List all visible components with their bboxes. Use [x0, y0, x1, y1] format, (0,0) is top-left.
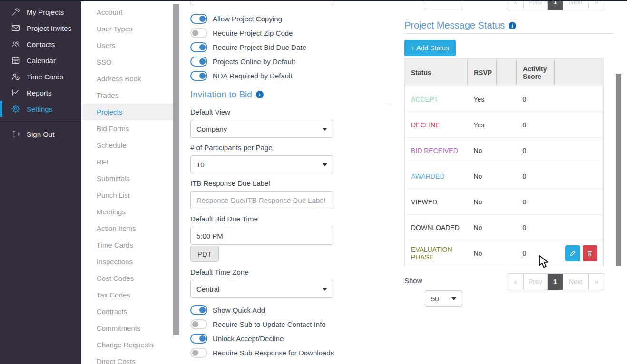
- pagination-prev[interactable]: Prev: [524, 274, 548, 290]
- pagination-page-1[interactable]: 1: [548, 274, 563, 290]
- menu-item-trades[interactable]: Trades: [81, 87, 174, 104]
- toggle-label: Require Sub Response for Downloads: [213, 349, 334, 357]
- delete-status-button[interactable]: [583, 245, 597, 261]
- toggle-row: Unlock Accept/Decline: [190, 334, 334, 343]
- sidebar-item-label: Project Invites: [27, 24, 71, 32]
- menu-item-cost-codes[interactable]: Cost Codes: [81, 270, 174, 287]
- page-size-select[interactable]: 50: [425, 290, 462, 307]
- hammer-icon: [11, 7, 20, 17]
- page-scrollbar[interactable]: [616, 74, 621, 266]
- partial-select-top[interactable]: [425, 0, 462, 10]
- menu-item-meetings[interactable]: Meetings: [81, 203, 174, 220]
- default-view-select[interactable]: Company: [190, 120, 333, 138]
- table-header-row: Status RSVP Activity Score: [405, 59, 604, 86]
- menu-item-direct-costs[interactable]: Direct Costs: [81, 353, 174, 364]
- menu-scrollbar[interactable]: [173, 4, 179, 335]
- menu-item-schedule[interactable]: Schedule: [81, 137, 174, 153]
- table-row: VIEWED No 0: [405, 189, 604, 215]
- toggle-require-sub-response-downloads[interactable]: [190, 348, 207, 358]
- default-time-zone-select[interactable]: Central: [190, 280, 333, 298]
- menu-item-contracts[interactable]: Contracts: [81, 303, 174, 320]
- menu-item-submittals[interactable]: Submittals: [81, 170, 174, 187]
- default-bid-due-time-input[interactable]: [190, 227, 333, 245]
- settings-menu: Account User Types Users SSO Address Boo…: [81, 0, 180, 364]
- field-label: Default Time Zone: [190, 268, 333, 276]
- timezone-abbrev-button[interactable]: PDT: [190, 246, 219, 262]
- pencil-icon: [569, 249, 577, 257]
- pagination-next[interactable]: Next: [563, 274, 589, 290]
- status-accept[interactable]: ACCEPT: [411, 96, 438, 103]
- menu-item-change-requests[interactable]: Change Requests: [81, 336, 174, 353]
- col-empty: [497, 59, 517, 86]
- menu-item-time-cards[interactable]: Time Cards: [81, 237, 174, 253]
- status-decline[interactable]: DECLINE: [411, 121, 440, 129]
- field-label: # of Participants per Page: [190, 144, 333, 152]
- status-bid-received[interactable]: BID RECEIVED: [411, 147, 458, 154]
- rsvp-value: No: [468, 215, 497, 240]
- toggle-require-project-zip-code[interactable]: [190, 28, 207, 38]
- section-heading: Invitation to Bid i: [190, 89, 390, 100]
- pagination-prev[interactable]: Prev: [524, 0, 548, 10]
- table-row: DECLINE Yes 0: [405, 112, 604, 138]
- default-view-group: Default View Company: [190, 108, 333, 138]
- pagination-page-1[interactable]: 1: [548, 0, 563, 10]
- sidebar-item-label: Sign Out: [27, 130, 54, 138]
- info-icon[interactable]: i: [509, 22, 516, 29]
- status-awarded[interactable]: AWARDED: [411, 172, 445, 180]
- select-value: 10: [196, 161, 205, 169]
- sidebar-item-label: Reports: [27, 89, 52, 97]
- sidebar-item-my-projects[interactable]: My Projects: [0, 4, 81, 20]
- itb-response-group: ITB Response Due Label: [190, 179, 333, 209]
- menu-item-sso[interactable]: SSO: [81, 54, 174, 70]
- toggle-projects-online-by-default[interactable]: [190, 57, 207, 67]
- menu-item-projects[interactable]: Projects: [81, 104, 174, 120]
- status-downloaded[interactable]: DOWNLOADED: [411, 224, 460, 231]
- sidebar-item-calendar[interactable]: Calendar: [0, 52, 81, 68]
- table-row: AWARDED No 0: [405, 163, 604, 189]
- col-activity-score: Activity Score: [517, 59, 555, 86]
- pagination-next[interactable]: Next: [563, 0, 589, 10]
- sidebar-item-label: Time Cards: [27, 73, 63, 81]
- pagination-first[interactable]: «: [507, 0, 524, 10]
- sidebar-item-label: Calendar: [27, 57, 56, 65]
- pagination-first[interactable]: «: [507, 274, 524, 290]
- menu-item-commitments[interactable]: Commitments: [81, 320, 174, 336]
- bid-due-time-group: Default Bid Due Time: [190, 215, 333, 245]
- menu-item-bid-forms[interactable]: Bid Forms: [81, 120, 174, 137]
- edit-status-button[interactable]: [565, 245, 580, 261]
- menu-item-tax-codes[interactable]: Tax Codes: [81, 287, 174, 303]
- itb-response-due-input[interactable]: [190, 191, 333, 209]
- menu-item-inspections[interactable]: Inspections: [81, 253, 174, 270]
- toggle-allow-project-copying[interactable]: [190, 14, 207, 24]
- menu-item-rfi[interactable]: RFI: [81, 153, 174, 170]
- status-viewed[interactable]: VIEWED: [411, 198, 437, 206]
- menu-item-users[interactable]: Users: [81, 37, 174, 54]
- participants-per-page-select[interactable]: 10: [190, 155, 333, 173]
- pagination-last[interactable]: »: [589, 0, 604, 10]
- pagination-last[interactable]: »: [589, 274, 604, 290]
- menu-item-address-book[interactable]: Address Book: [81, 70, 174, 87]
- toggle-row: Require Project Zip Code: [190, 28, 306, 38]
- menu-item-user-types[interactable]: User Types: [81, 20, 174, 37]
- field-label: ITB Response Due Label: [190, 179, 333, 187]
- menu-item-action-items[interactable]: Action Items: [81, 220, 174, 237]
- menu-item-punch-list[interactable]: Punch List: [81, 187, 174, 203]
- sidebar-item-time-cards[interactable]: Time Cards: [0, 68, 81, 85]
- info-icon[interactable]: i: [256, 91, 264, 98]
- status-evaluation-phase[interactable]: EVALUATION PHASE: [411, 246, 452, 261]
- sidebar-item-settings[interactable]: Settings: [0, 101, 81, 117]
- toggle-label: Require Project Bid Due Date: [213, 43, 306, 51]
- sidebar-item-reports[interactable]: Reports: [0, 85, 81, 101]
- add-status-button[interactable]: + Add Status: [404, 40, 456, 56]
- toggle-nda-required-by-default[interactable]: [190, 71, 207, 81]
- toggle-row: Require Project Bid Due Date: [190, 42, 306, 52]
- toggle-row: Require Sub to Update Contact Info: [190, 319, 334, 329]
- menu-item-account[interactable]: Account: [81, 4, 174, 20]
- toggle-require-sub-update-contact-info[interactable]: [190, 319, 207, 329]
- toggle-unlock-accept-decline[interactable]: [190, 334, 207, 344]
- sidebar-item-project-invites[interactable]: Project Invites: [0, 20, 81, 36]
- sidebar-item-sign-out[interactable]: Sign Out: [0, 126, 81, 142]
- toggle-show-quick-add[interactable]: [190, 305, 207, 315]
- toggle-require-project-bid-due-date[interactable]: [190, 42, 207, 52]
- sidebar-item-contacts[interactable]: Contacts: [0, 36, 81, 52]
